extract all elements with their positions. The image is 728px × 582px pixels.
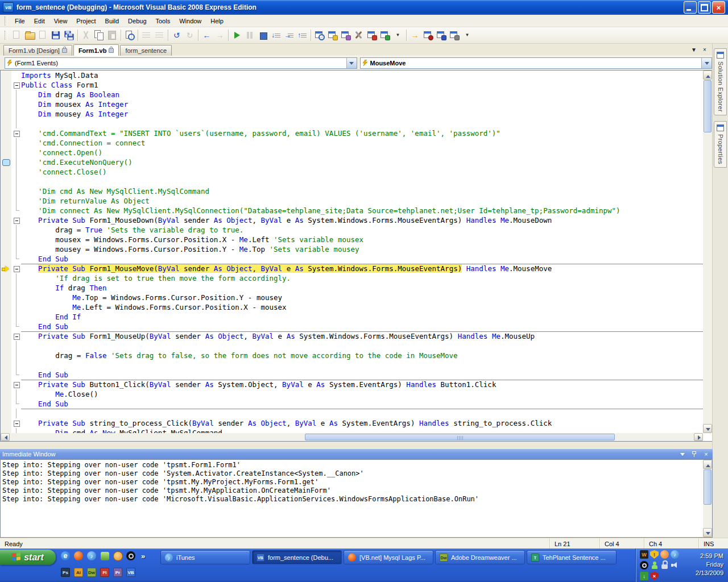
autohide-tab-properties[interactable]: Properties — [714, 121, 727, 168]
scroll-up-button[interactable] — [703, 70, 712, 80]
tab-form1-vb-design-[interactable]: Form1.vb [Design] — [3, 45, 72, 56]
indicator-margin[interactable] — [1, 264, 11, 273]
error-list-button[interactable] — [365, 29, 378, 41]
indicator-margin[interactable] — [1, 186, 11, 196]
find-in-files-button[interactable] — [123, 29, 136, 41]
taskbar-button-adobe-dreamweaver[interactable]: DwAdobe Dreamweaver ... — [435, 550, 525, 564]
immediate-window-button[interactable] — [378, 29, 391, 41]
indicator-margin[interactable] — [1, 70, 11, 80]
immediate-vertical-scrollbar[interactable] — [703, 460, 712, 537]
horizontal-scroll-thumb[interactable] — [305, 434, 615, 440]
indicator-margin[interactable] — [1, 360, 11, 370]
breakpoints-window-button[interactable] — [421, 29, 435, 41]
indicator-margin[interactable] — [1, 254, 11, 264]
scroll-down-button[interactable] — [703, 424, 712, 433]
menu-file[interactable]: File — [10, 16, 30, 26]
indicator-margin[interactable] — [1, 157, 11, 167]
close-document-button[interactable]: × — [700, 45, 709, 54]
photoshop-icon[interactable]: Ps — [60, 567, 71, 577]
window-position-dropdown-button[interactable] — [678, 451, 686, 458]
taskbar-button-vb-net-mysql-lags-p[interactable]: [VB.net] Mysql Lags P... — [344, 550, 433, 564]
scroll-up-button[interactable] — [703, 460, 712, 469]
indicator-margin[interactable] — [1, 196, 11, 206]
maximize-button[interactable] — [698, 1, 711, 14]
start-button[interactable]: start — [0, 550, 56, 565]
winamp-icon[interactable]: W — [640, 550, 650, 560]
watch-window-button[interactable] — [435, 29, 448, 41]
immediate-window-body[interactable]: Step into: Stepping over non-user code '… — [0, 459, 713, 538]
document-list-dropdown-button[interactable]: ▼ — [689, 45, 698, 54]
indicator-margin[interactable] — [1, 418, 11, 428]
indicator-margin[interactable] — [1, 235, 11, 244]
step-over-button[interactable]: → — [283, 29, 296, 41]
open-file-button[interactable] — [23, 29, 36, 41]
scroll-right-button[interactable] — [694, 433, 703, 441]
flash-icon[interactable]: Fl — [100, 567, 110, 577]
indicator-margin[interactable] — [1, 215, 11, 225]
visual-basic-icon[interactable]: VB — [126, 567, 136, 577]
auto-hide-pin-button[interactable] — [690, 451, 698, 458]
xfire-icon[interactable] — [100, 551, 110, 561]
debug-toolbar-overflow-button[interactable]: ▼ — [461, 29, 474, 41]
messenger-icon[interactable] — [650, 561, 660, 571]
autohide-tab-solution-explorer[interactable]: Solution Explorer — [714, 48, 727, 115]
quick-launch-overflow-chevron[interactable]: » — [141, 552, 145, 560]
firefox-icon[interactable] — [73, 551, 84, 561]
save-all-button[interactable] — [63, 29, 76, 41]
indicator-margin[interactable] — [1, 409, 11, 418]
menu-build[interactable]: Build — [101, 16, 123, 26]
steam-tray-icon[interactable] — [640, 561, 650, 571]
indicator-margin[interactable] — [1, 128, 11, 138]
indicator-margin[interactable] — [1, 80, 11, 90]
vertical-scroll-thumb[interactable] — [704, 80, 712, 132]
locals-window-button[interactable] — [448, 29, 461, 41]
editor-vertical-scrollbar[interactable] — [703, 70, 712, 433]
stop-debugging-button[interactable] — [257, 29, 270, 41]
indicator-margin[interactable] — [1, 399, 11, 409]
method-name-combo[interactable]: MouseMove — [360, 57, 713, 69]
indicator-margin[interactable] — [1, 428, 11, 433]
taskbar-button-form-sentence-debu[interactable]: VBform_sentence (Debu... — [252, 550, 342, 564]
indicator-margin[interactable] — [1, 312, 11, 322]
menu-debug[interactable]: Debug — [123, 16, 151, 26]
menu-tools[interactable]: Tools — [151, 16, 175, 26]
scroll-down-button[interactable] — [703, 528, 712, 537]
solution-explorer-button[interactable] — [313, 29, 326, 41]
code-fold-toggle[interactable] — [14, 334, 20, 340]
secure-lock-icon[interactable] — [660, 561, 670, 571]
volume-icon[interactable] — [671, 561, 680, 571]
indicator-margin[interactable] — [1, 351, 11, 360]
code-fold-toggle[interactable] — [14, 421, 20, 427]
indicator-margin[interactable] — [1, 119, 11, 128]
class-combo-dropdown-button[interactable] — [346, 58, 357, 68]
toolbox-button[interactable] — [352, 29, 365, 41]
start-debugging-button[interactable] — [230, 29, 243, 41]
code-fold-toggle[interactable] — [14, 82, 20, 89]
indicator-margin[interactable] — [1, 90, 11, 99]
scroll-left-button[interactable] — [1, 433, 10, 441]
code-fold-toggle[interactable] — [14, 266, 20, 272]
indicator-margin[interactable] — [1, 148, 11, 157]
illustrator-icon[interactable]: Ai — [73, 567, 84, 577]
indicator-margin[interactable] — [1, 370, 11, 380]
save-button[interactable] — [49, 29, 63, 41]
indicator-margin[interactable] — [1, 283, 11, 293]
menu-project[interactable]: Project — [72, 16, 100, 26]
step-out-button[interactable]: ↑ — [296, 29, 309, 41]
indicator-margin[interactable] — [1, 99, 11, 109]
indicator-margin[interactable] — [1, 138, 11, 148]
menu-edit[interactable]: Edit — [30, 16, 49, 26]
antivirus-icon[interactable]: × — [650, 572, 660, 582]
taskbar-button-itunes[interactable]: ♪iTunes — [160, 550, 250, 564]
tab-form1-vb[interactable]: Form1.vb — [73, 44, 119, 56]
indicator-margin[interactable] — [1, 322, 11, 331]
code-fold-toggle[interactable] — [14, 218, 20, 224]
security-center-icon[interactable]: ! — [650, 550, 660, 560]
menu-help[interactable]: Help — [206, 16, 228, 26]
window-splitter[interactable] — [0, 442, 713, 449]
indicator-margin[interactable] — [1, 273, 11, 283]
miranda-icon[interactable] — [113, 551, 123, 561]
class-name-combo[interactable]: (Form1 Events) — [5, 57, 357, 69]
indicator-margin[interactable] — [1, 341, 11, 351]
indicator-margin[interactable] — [1, 380, 11, 389]
